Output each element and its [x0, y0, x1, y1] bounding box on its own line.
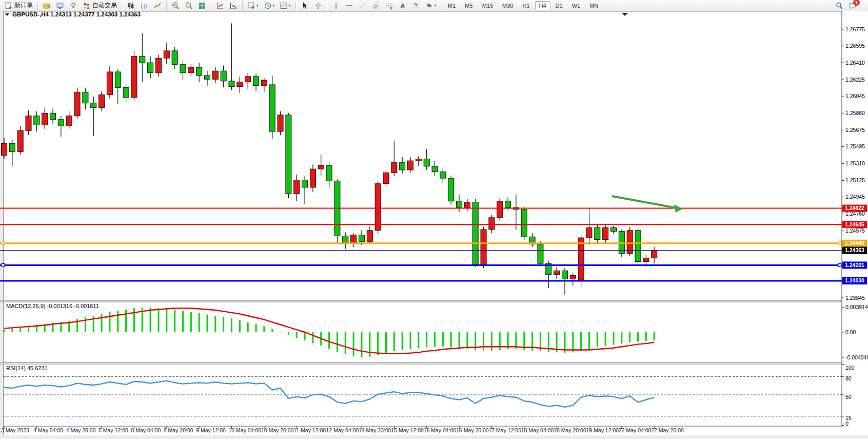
candle-body[interactable] — [66, 116, 72, 126]
candle-body[interactable] — [359, 235, 364, 241]
search-button[interactable] — [833, 0, 845, 11]
timeframe-w1-button[interactable]: W1 — [568, 1, 585, 10]
chevron-down-icon[interactable]: ▾ — [257, 4, 259, 8]
candle-body[interactable] — [578, 238, 584, 280]
candle-body[interactable] — [58, 120, 64, 126]
candle-body[interactable] — [269, 85, 275, 131]
deposit-button[interactable] — [41, 0, 53, 11]
shapes-tool-button[interactable]: ▾ — [423, 0, 439, 11]
chart-window[interactable]: 1.267751.265951.264101.262251.260451.258… — [0, 11, 868, 439]
line-handle[interactable] — [2, 263, 5, 266]
line-handle[interactable] — [838, 263, 841, 266]
candle-body[interactable] — [375, 184, 381, 231]
timeframe-m5-button[interactable]: M5 — [461, 1, 477, 10]
auto-trading-button[interactable]: 自动交易 — [81, 0, 119, 11]
candle-body[interactable] — [318, 165, 324, 169]
candle-body[interactable] — [26, 116, 31, 131]
candle-body[interactable] — [310, 169, 315, 187]
timeframe-h4-button[interactable]: H4 — [535, 1, 550, 10]
chevron-down-icon[interactable]: ▾ — [289, 4, 291, 8]
candle-body[interactable] — [302, 180, 308, 187]
candle-body[interactable] — [464, 202, 470, 207]
candle-body[interactable] — [424, 159, 429, 166]
candle-body[interactable] — [253, 77, 259, 86]
candle-body[interactable] — [400, 163, 405, 170]
candle-body[interactable] — [326, 165, 332, 181]
candle-body[interactable] — [538, 244, 543, 263]
candle-body[interactable] — [440, 172, 446, 178]
channel-tool-button[interactable]: E — [370, 0, 382, 11]
chart-window-up-button[interactable] — [214, 0, 226, 11]
candle-body[interactable] — [237, 82, 243, 87]
candle-body[interactable] — [586, 227, 592, 238]
candle-body[interactable] — [221, 71, 226, 81]
candle-body[interactable] — [603, 227, 608, 239]
candle-body[interactable] — [562, 271, 567, 279]
candle-body[interactable] — [83, 92, 88, 103]
line-handle[interactable] — [838, 242, 841, 245]
hline-tool-button[interactable] — [343, 0, 356, 11]
candle-body[interactable] — [489, 218, 495, 230]
candle-body[interactable] — [261, 80, 267, 86]
candle-body[interactable] — [351, 235, 357, 243]
chart-canvas[interactable]: 1.267751.265951.264101.262251.260451.258… — [0, 11, 868, 439]
candle-body[interactable] — [155, 58, 161, 73]
chevron-down-icon[interactable]: ▾ — [273, 4, 275, 8]
candle-body[interactable] — [481, 230, 486, 264]
vline-tool-button[interactable] — [330, 0, 342, 11]
candle-body[interactable] — [50, 113, 56, 119]
candle-body[interactable] — [416, 159, 421, 161]
candle-body[interactable] — [115, 72, 121, 87]
candle-body[interactable] — [619, 232, 624, 254]
periods-button[interactable]: ▾ — [262, 0, 277, 11]
timeframe-mn-button[interactable]: MN — [585, 1, 602, 10]
tile-windows-button[interactable] — [196, 0, 208, 11]
timeframe-m15-button[interactable]: M15 — [478, 1, 497, 10]
candle-body[interactable] — [99, 95, 105, 108]
candle-body[interactable] — [205, 75, 210, 79]
candle-body[interactable] — [172, 51, 177, 65]
chevron-down-icon[interactable]: ▾ — [435, 4, 437, 8]
candle-body[interactable] — [635, 231, 641, 262]
candle-body[interactable] — [521, 209, 527, 237]
candle-body[interactable] — [652, 251, 657, 258]
templates-button[interactable]: ▾ — [278, 0, 293, 11]
candle-body[interactable] — [472, 202, 478, 264]
add-indicator-button[interactable]: ▾ — [245, 0, 261, 11]
candle-body[interactable] — [457, 201, 462, 207]
chart-window-down-button[interactable] — [227, 0, 240, 11]
crosshair-tool-button[interactable] — [312, 0, 324, 11]
candle-body[interactable] — [180, 65, 186, 73]
candle-body[interactable] — [643, 258, 649, 261]
candle-body[interactable] — [17, 130, 23, 151]
candle-body[interactable] — [34, 116, 40, 125]
bar-view-button[interactable] — [138, 0, 150, 11]
cursor-tool-button[interactable] — [299, 0, 311, 11]
candle-body[interactable] — [408, 161, 413, 170]
candle-body[interactable] — [343, 236, 348, 243]
candle-body[interactable] — [245, 77, 251, 82]
candle-body[interactable] — [570, 275, 576, 279]
candle-body[interactable] — [391, 163, 397, 173]
candle-body[interactable] — [91, 103, 96, 108]
candle-body[interactable] — [448, 178, 454, 201]
candle-body[interactable] — [611, 227, 617, 231]
candle-body[interactable] — [432, 166, 438, 172]
candle-body[interactable] — [2, 143, 7, 155]
candle-body[interactable] — [74, 92, 80, 116]
candle-body[interactable] — [164, 51, 169, 58]
trendline-tool-button[interactable] — [357, 0, 369, 11]
candle-body[interactable] — [278, 115, 283, 131]
candle-body[interactable] — [9, 143, 15, 151]
candle-body[interactable] — [42, 113, 48, 125]
candle-body[interactable] — [595, 227, 600, 239]
candle-body[interactable] — [294, 180, 300, 194]
candle-body[interactable] — [286, 115, 291, 194]
candle-body[interactable] — [107, 72, 112, 95]
notifications-button[interactable]: 1 — [846, 0, 865, 11]
candle-body[interactable] — [229, 81, 234, 87]
fibonacci-tool-button[interactable]: F — [383, 0, 396, 11]
candle-body[interactable] — [627, 231, 633, 254]
timeframe-d1-button[interactable]: D1 — [551, 1, 567, 10]
candle-body[interactable] — [367, 231, 372, 241]
